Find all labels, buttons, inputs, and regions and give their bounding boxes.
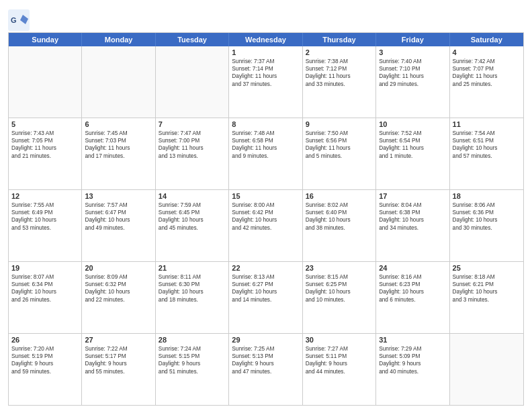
cell-line: Daylight: 9 hours — [306, 360, 373, 367]
cell-line: and 29 minutes. — [379, 81, 446, 88]
cell-line: Daylight: 11 hours — [379, 73, 446, 80]
cell-line: Daylight: 10 hours — [306, 216, 373, 224]
cell-line: Sunset: 6:42 PM — [232, 209, 299, 216]
calendar-week-5: 26Sunrise: 7:20 AMSunset: 5:19 PMDayligh… — [9, 334, 523, 405]
cell-line: Daylight: 10 hours — [232, 216, 299, 224]
calendar-week-1: 1Sunrise: 7:37 AMSunset: 7:14 PMDaylight… — [9, 46, 523, 118]
calendar-cell — [450, 334, 523, 405]
cell-line: Daylight: 9 hours — [232, 360, 299, 367]
day-number: 18 — [453, 192, 521, 200]
cell-line: and 14 minutes. — [232, 296, 299, 304]
cell-line: Sunset: 6:27 PM — [232, 281, 299, 288]
cell-line: Sunset: 5:17 PM — [85, 353, 152, 360]
cell-line: Sunrise: 7:20 AM — [11, 345, 79, 353]
cell-line: Sunrise: 8:13 AM — [232, 273, 299, 281]
cell-line: Sunset: 5:19 PM — [11, 353, 79, 360]
day-number: 4 — [453, 48, 521, 56]
calendar-cell: 27Sunrise: 7:22 AMSunset: 5:17 PMDayligh… — [82, 334, 155, 405]
calendar-cell — [156, 46, 229, 118]
calendar-cell: 4Sunrise: 7:42 AMSunset: 7:07 PMDaylight… — [450, 46, 523, 118]
cell-line: Sunrise: 7:45 AM — [85, 130, 152, 137]
day-number: 9 — [306, 120, 373, 128]
cell-line: and 6 minutes. — [379, 296, 446, 304]
calendar-cell: 6Sunrise: 7:45 AMSunset: 7:03 PMDaylight… — [82, 118, 155, 189]
day-number: 12 — [11, 192, 79, 200]
cell-line: Daylight: 9 hours — [379, 360, 446, 367]
calendar-week-3: 12Sunrise: 7:55 AMSunset: 6:49 PMDayligh… — [9, 190, 523, 262]
calendar-cell: 5Sunrise: 7:43 AMSunset: 7:05 PMDaylight… — [9, 118, 82, 189]
cell-line: and 47 minutes. — [232, 368, 299, 375]
cell-line: and 40 minutes. — [379, 368, 446, 375]
cell-line: and 49 minutes. — [85, 224, 152, 232]
cell-line: and 59 minutes. — [11, 368, 79, 375]
cell-line: Sunset: 6:56 PM — [306, 137, 373, 144]
cell-line: and 22 minutes. — [85, 296, 152, 304]
cell-line: Sunset: 6:38 PM — [379, 209, 446, 216]
calendar-cell: 1Sunrise: 7:37 AMSunset: 7:14 PMDaylight… — [229, 46, 302, 118]
cell-line: Sunset: 7:12 PM — [306, 65, 373, 73]
cell-line: Sunset: 6:47 PM — [85, 209, 152, 216]
cell-line: and 42 minutes. — [232, 224, 299, 232]
cell-line: Daylight: 10 hours — [85, 288, 152, 295]
logo: G — [8, 9, 30, 28]
cell-line: and 34 minutes. — [379, 224, 446, 232]
cell-line: Sunset: 6:40 PM — [306, 209, 373, 216]
cell-line: Sunset: 6:36 PM — [453, 209, 521, 216]
cell-line: Sunset: 6:25 PM — [306, 281, 373, 288]
cell-line: and 13 minutes. — [159, 152, 226, 160]
calendar-cell — [9, 46, 82, 118]
svg-text:G: G — [11, 16, 17, 24]
day-number: 15 — [232, 192, 299, 200]
calendar-cell: 21Sunrise: 8:11 AMSunset: 6:30 PMDayligh… — [156, 262, 229, 333]
calendar-cell: 3Sunrise: 7:40 AMSunset: 7:10 PMDaylight… — [376, 46, 449, 118]
cell-line: Sunset: 6:54 PM — [379, 137, 446, 144]
day-number: 20 — [85, 264, 152, 272]
cell-line: Sunrise: 8:15 AM — [306, 273, 373, 281]
cell-line: Daylight: 11 hours — [11, 144, 79, 152]
cell-line: Sunrise: 8:06 AM — [453, 201, 521, 209]
cell-line: Sunrise: 7:29 AM — [379, 345, 446, 353]
cell-line: Sunrise: 8:09 AM — [85, 273, 152, 281]
cell-line: Sunrise: 8:00 AM — [232, 201, 299, 209]
cell-line: Sunset: 5:13 PM — [232, 353, 299, 360]
cell-line: Sunset: 6:32 PM — [85, 281, 152, 288]
day-number: 14 — [159, 192, 226, 200]
day-number: 16 — [306, 192, 373, 200]
cell-line: and 17 minutes. — [85, 152, 152, 160]
cell-line: Sunset: 6:34 PM — [11, 281, 79, 288]
cell-line: Sunrise: 8:07 AM — [11, 273, 79, 281]
calendar-cell: 7Sunrise: 7:47 AMSunset: 7:00 PMDaylight… — [156, 118, 229, 189]
page-container: G SundayMondayTuesdayWednesdayThursdayFr… — [0, 0, 532, 411]
calendar-cell: 23Sunrise: 8:15 AMSunset: 6:25 PMDayligh… — [303, 262, 376, 333]
day-number: 7 — [159, 120, 226, 128]
day-header-thursday: Thursday — [303, 33, 376, 46]
cell-line: Daylight: 11 hours — [379, 144, 446, 152]
calendar-week-2: 5Sunrise: 7:43 AMSunset: 7:05 PMDaylight… — [9, 118, 523, 190]
calendar-cell: 26Sunrise: 7:20 AMSunset: 5:19 PMDayligh… — [9, 334, 82, 405]
day-number: 2 — [306, 48, 373, 56]
day-header-sunday: Sunday — [9, 33, 82, 46]
day-number: 13 — [85, 192, 152, 200]
cell-line: Sunrise: 8:02 AM — [306, 201, 373, 209]
cell-line: Sunset: 6:23 PM — [379, 281, 446, 288]
cell-line: Sunrise: 7:50 AM — [306, 130, 373, 137]
cell-line: Sunrise: 7:40 AM — [379, 58, 446, 65]
cell-line: Daylight: 10 hours — [453, 288, 521, 295]
cell-line: Daylight: 10 hours — [453, 144, 521, 152]
cell-line: Sunrise: 8:18 AM — [453, 273, 521, 281]
cell-line: and 3 minutes. — [453, 296, 521, 304]
cell-line: and 33 minutes. — [306, 81, 373, 88]
cell-line: Sunset: 6:21 PM — [453, 281, 521, 288]
day-number: 31 — [379, 336, 446, 344]
day-number: 6 — [85, 120, 152, 128]
day-number: 21 — [159, 264, 226, 272]
cell-line: Sunrise: 7:42 AM — [453, 58, 521, 65]
cell-line: and 1 minute. — [379, 152, 446, 160]
cell-line: and 18 minutes. — [159, 296, 226, 304]
day-number: 11 — [453, 120, 521, 128]
cell-line: Daylight: 10 hours — [453, 216, 521, 224]
cell-line: Daylight: 11 hours — [232, 73, 299, 80]
day-header-tuesday: Tuesday — [156, 33, 229, 46]
cell-line: Daylight: 11 hours — [85, 144, 152, 152]
day-number: 3 — [379, 48, 446, 56]
